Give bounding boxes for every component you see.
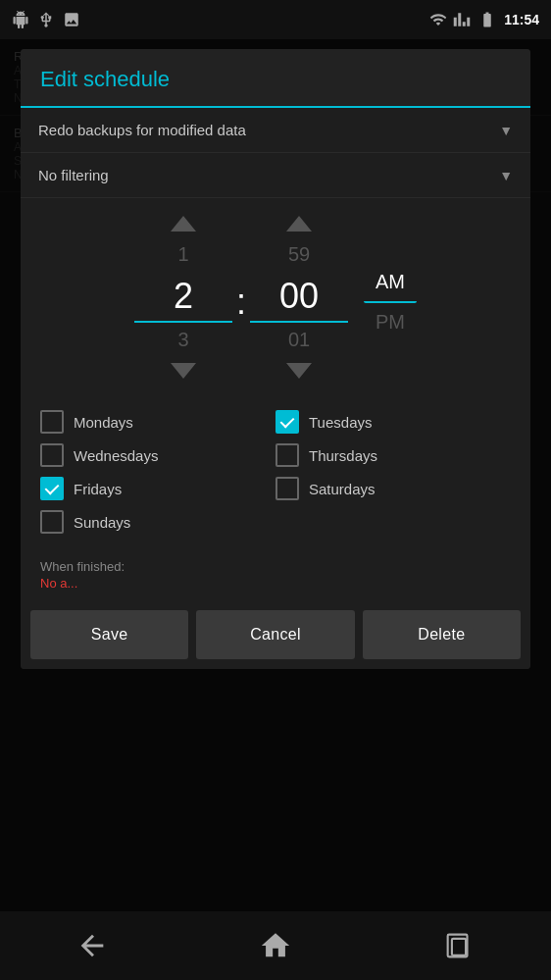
when-finished-label: When finished: [40, 559, 511, 574]
recents-button[interactable] [442, 929, 476, 962]
dialog-title: Edit schedule [40, 67, 511, 92]
when-finished-value: No a... [40, 576, 511, 591]
fridays-checkbox[interactable] [40, 477, 64, 500]
hours-up-button[interactable] [169, 208, 198, 239]
dropdown-backup-type-label: Redo backups for modified data [38, 122, 246, 138]
home-button[interactable] [259, 929, 292, 962]
days-row-4: Sundays [40, 510, 511, 534]
pm-option[interactable]: PM [364, 303, 417, 341]
tuesdays-checkbox[interactable] [276, 410, 299, 434]
hours-down-button[interactable] [169, 355, 198, 387]
dropdown-filter-label: No filtering [38, 167, 109, 183]
edit-schedule-dialog: Edit schedule Redo backups for modified … [21, 49, 530, 669]
status-bar: 11:54 [0, 0, 551, 39]
tuesdays-label: Tuesdays [309, 414, 372, 431]
days-row-2: Wednesdays Thursdays [40, 443, 511, 467]
when-finished-section: When finished: No a... [21, 549, 530, 596]
dialog-header: Edit schedule [21, 49, 530, 108]
time-picker: 1 2 3 : 59 00 01 [21, 198, 530, 396]
minutes-down-button[interactable] [284, 355, 314, 387]
ampm-column: AM PM [364, 263, 417, 341]
thursdays-item[interactable]: Thursdays [276, 443, 511, 467]
wifi-icon [429, 11, 447, 28]
chevron-down-icon-2: ▼ [499, 168, 513, 183]
hours-current: 2 [134, 272, 232, 323]
fridays-label: Fridays [74, 481, 122, 497]
sundays-label: Sundays [74, 514, 130, 531]
minutes-current: 00 [250, 272, 348, 323]
saturdays-label: Saturdays [309, 481, 376, 497]
clock-time: 11:54 [504, 12, 539, 27]
minutes-up-button[interactable] [284, 208, 314, 239]
sundays-checkbox[interactable] [40, 510, 64, 534]
dropdown-backup-type[interactable]: Redo backups for modified data ▼ [21, 108, 530, 153]
wednesdays-label: Wednesdays [74, 447, 158, 464]
fridays-item[interactable]: Fridays [40, 477, 276, 500]
svg-marker-0 [171, 216, 196, 232]
thursdays-checkbox[interactable] [276, 443, 299, 467]
nav-bar [0, 911, 551, 980]
sundays-item[interactable]: Sundays [40, 510, 511, 534]
time-separator: : [232, 282, 250, 323]
dropdown-filter[interactable]: No filtering ▼ [21, 153, 530, 198]
wednesdays-item[interactable]: Wednesdays [40, 443, 276, 467]
days-section: Mondays Tuesdays Wednesdays Thursdays [21, 396, 530, 549]
days-row-1: Mondays Tuesdays [40, 410, 511, 434]
tuesdays-item[interactable]: Tuesdays [276, 410, 511, 434]
minutes-column: 59 00 01 [250, 208, 348, 387]
svg-marker-1 [171, 363, 196, 379]
svg-marker-3 [286, 363, 312, 379]
svg-marker-2 [286, 216, 312, 232]
cancel-button[interactable]: Cancel [196, 610, 354, 659]
back-button[interactable] [75, 929, 109, 962]
status-icons-left [12, 11, 80, 28]
hours-above: 1 [177, 239, 188, 270]
mondays-label: Mondays [74, 414, 133, 431]
mondays-item[interactable]: Mondays [40, 410, 276, 434]
am-option[interactable]: AM [364, 263, 417, 303]
hours-column: 1 2 3 [134, 208, 232, 387]
minutes-above: 59 [288, 239, 310, 270]
image-icon [63, 11, 80, 28]
svg-rect-5 [452, 939, 466, 955]
status-right: 11:54 [429, 11, 539, 28]
dialog-overlay: Edit schedule Redo backups for modified … [0, 39, 551, 942]
chevron-down-icon: ▼ [499, 123, 513, 138]
minutes-below: 01 [288, 325, 310, 355]
wednesdays-checkbox[interactable] [40, 443, 64, 467]
save-button[interactable]: Save [30, 610, 188, 659]
usb-icon [37, 11, 55, 28]
mondays-checkbox[interactable] [40, 410, 64, 434]
thursdays-label: Thursdays [309, 447, 377, 464]
battery-icon [476, 11, 498, 28]
saturdays-item[interactable]: Saturdays [276, 477, 511, 500]
delete-button[interactable]: Delete [363, 610, 521, 659]
signal-icon [453, 11, 471, 28]
android-icon [12, 11, 29, 28]
days-row-3: Fridays Saturdays [40, 477, 511, 500]
dialog-buttons: Save Cancel Delete [21, 600, 530, 669]
saturdays-checkbox[interactable] [276, 477, 299, 500]
hours-below: 3 [177, 325, 188, 355]
